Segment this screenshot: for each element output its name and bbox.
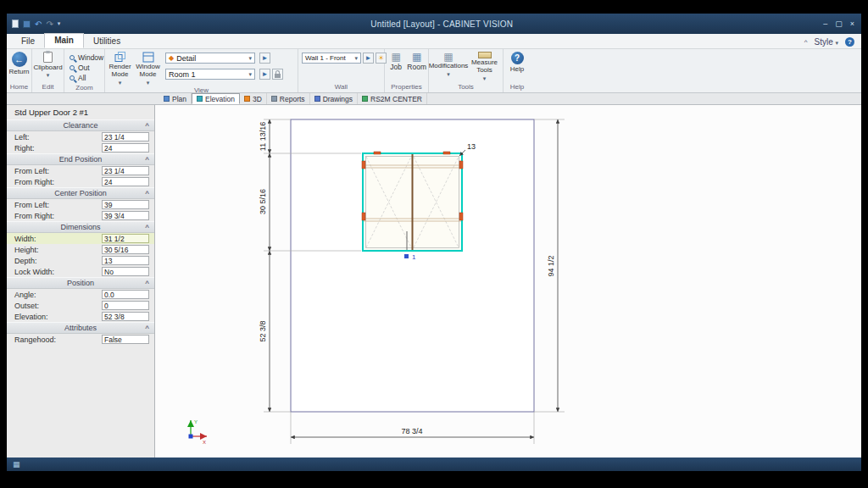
window-controls: – ▢ × xyxy=(823,19,856,28)
return-button[interactable]: ← Return xyxy=(8,52,30,75)
room-lock-button[interactable] xyxy=(272,69,283,80)
help-button[interactable]: ? Help xyxy=(505,52,529,73)
help-question-icon: ? xyxy=(511,52,524,64)
ribbon: ← Return Home Clipboard ▾ Edit xyxy=(7,49,861,93)
save-icon[interactable] xyxy=(23,20,31,28)
reports-tab-label: Reports xyxy=(280,95,305,103)
section-header-clearance[interactable]: Clearance ^ xyxy=(7,119,154,131)
rangehood-field[interactable] xyxy=(102,335,149,344)
detail-value: Detail xyxy=(176,54,196,63)
y-axis-label: Y xyxy=(194,419,198,424)
measure-tools-button[interactable]: Measure Tools ▾ xyxy=(468,52,501,81)
property-row: From Left: xyxy=(7,199,154,210)
zoom-out-label: Out xyxy=(78,64,90,72)
zoom-all-button[interactable]: All xyxy=(66,73,103,83)
elevation-field[interactable] xyxy=(102,312,149,321)
clearance-right-field[interactable] xyxy=(102,143,149,152)
tab-elevation[interactable]: Elevation xyxy=(192,93,240,104)
angle-field[interactable] xyxy=(102,290,149,299)
x-axis-label: X xyxy=(203,440,206,445)
clipboard-label: Clipboard xyxy=(33,64,62,71)
room-button[interactable]: ▦ Room xyxy=(407,52,426,71)
ribbon-group-home: ← Return Home xyxy=(7,49,32,92)
field-label: Left: xyxy=(14,133,102,141)
section-header-position[interactable]: Position ^ xyxy=(7,277,154,289)
section-label: Position xyxy=(67,279,94,287)
ribbon-group-zoom: Window Out All Zoom xyxy=(64,49,105,92)
style-menu[interactable]: Style ▾ xyxy=(814,37,838,47)
window-mode-button[interactable]: Window Mode ▾ xyxy=(135,52,161,86)
center-from-left-field[interactable] xyxy=(102,200,149,209)
field-label: Lock Width: xyxy=(14,268,102,276)
tab-3d[interactable]: 3D xyxy=(240,93,267,104)
room-dropdown[interactable]: Room 1 ▾ xyxy=(165,69,255,80)
height-field[interactable] xyxy=(102,245,149,254)
zoom-window-button[interactable]: Window xyxy=(66,53,103,63)
section-header-end-position[interactable]: End Position ^ xyxy=(7,153,154,165)
end-from-left-field[interactable] xyxy=(102,166,149,175)
help-icon[interactable]: ? xyxy=(845,37,854,47)
plan-tab-label: Plan xyxy=(172,95,186,103)
zoom-window-label: Window xyxy=(78,53,103,62)
dim-right: 94 1/2 xyxy=(547,255,555,276)
rs2m-tab-icon xyxy=(362,96,368,102)
room-next-button[interactable]: ► xyxy=(259,69,270,80)
axis-indicator: Y X xyxy=(189,419,208,445)
section-header-attributes[interactable]: Attributes ^ xyxy=(7,322,154,334)
center-from-right-field[interactable] xyxy=(102,211,149,220)
app-window: ↶ ↷ ▾ Untitled [Layout] - CABINET VISION… xyxy=(7,14,861,471)
next-wall-button[interactable]: ► xyxy=(363,53,374,64)
clipboard-button[interactable]: Clipboard ▾ xyxy=(34,52,62,78)
tab-utilities[interactable]: Utilities xyxy=(84,35,130,48)
redo-icon[interactable]: ↷ xyxy=(46,19,53,29)
depth-field[interactable] xyxy=(102,256,149,265)
wall-dropdown[interactable]: Wall 1 - Front ▾ xyxy=(302,53,361,64)
maximize-button[interactable]: ▢ xyxy=(835,19,843,28)
minimize-button[interactable]: – xyxy=(823,19,827,28)
zoom-all-label: All xyxy=(78,74,86,82)
zoom-window-icon xyxy=(70,55,75,60)
close-button[interactable]: × xyxy=(850,19,854,28)
tab-plan[interactable]: Plan xyxy=(159,93,192,104)
outset-field[interactable] xyxy=(102,301,149,310)
zoom-out-button[interactable]: Out xyxy=(66,63,103,73)
section-header-dimensions[interactable]: Dimensions ^ xyxy=(7,221,154,233)
cabinet[interactable] xyxy=(362,152,463,251)
tab-main[interactable]: Main xyxy=(44,33,84,48)
cabinet-tag: 13 xyxy=(467,142,476,151)
undo-icon[interactable]: ↶ xyxy=(35,19,42,29)
end-from-right-field[interactable] xyxy=(102,177,149,186)
new-document-icon[interactable] xyxy=(12,19,19,28)
group-label-edit: Edit xyxy=(32,82,64,92)
width-field[interactable] xyxy=(102,234,149,243)
detail-dropdown[interactable]: ◆ Detail ▾ xyxy=(165,53,255,64)
3d-tab-icon xyxy=(244,96,250,102)
tab-reports[interactable]: Reports xyxy=(267,93,310,104)
render-mode-button[interactable]: Render Mode ▾ xyxy=(107,52,133,86)
room-value: Room 1 xyxy=(169,70,196,79)
status-grid-icon[interactable]: ▦ xyxy=(13,460,20,469)
group-label-help: Help xyxy=(504,82,531,92)
job-button[interactable]: ▦ Job xyxy=(387,52,405,71)
tab-file[interactable]: File xyxy=(12,35,44,48)
tab-rs2m-center[interactable]: RS2M CENTER xyxy=(358,93,427,104)
lock-width-field[interactable] xyxy=(102,267,149,276)
tab-drawings[interactable]: Drawings xyxy=(310,93,358,104)
clearance-left-field[interactable] xyxy=(102,132,149,141)
view-forward-button[interactable]: ► xyxy=(259,53,270,64)
window-mode-label: Window Mode xyxy=(135,64,161,79)
drawing-canvas[interactable]: 11 13/16 30 5/16 52 3/8 94 1/2 78 3/4 xyxy=(155,105,861,458)
dim-mid-left: 30 5/16 xyxy=(259,189,267,214)
modifications-button[interactable]: ▦ Modifications ▾ xyxy=(431,52,466,77)
3d-tab-label: 3D xyxy=(253,95,262,103)
section-header-center-position[interactable]: Center Position ^ xyxy=(7,187,154,199)
cube-icon xyxy=(114,52,126,63)
dim-bottom-left: 52 3/8 xyxy=(259,320,267,341)
ribbon-group-tools: ▦ Modifications ▾ Measure Tools ▾ Tools xyxy=(429,49,504,92)
section-label: Clearance xyxy=(63,121,97,130)
room-icon: ▦ xyxy=(412,52,421,62)
item-number: 1 xyxy=(412,253,416,261)
collapse-chevron-icon: ^ xyxy=(145,324,149,332)
ribbon-group-view: Render Mode ▾ Window Mode ▾ ◆ Detail ▾ xyxy=(105,49,298,92)
collapse-ribbon-icon[interactable]: ^ xyxy=(804,38,808,46)
